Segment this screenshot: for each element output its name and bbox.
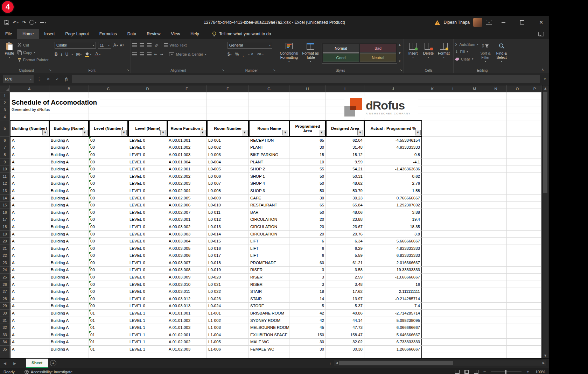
cell[interactable]: STAIR — [249, 295, 289, 303]
cell[interactable]: 1.266666667 — [364, 346, 422, 353]
cell[interactable]: A — [10, 339, 49, 346]
cell[interactable] — [528, 223, 541, 231]
cell[interactable] — [443, 202, 464, 209]
cell[interactable]: LEVEL 1 — [128, 310, 167, 317]
cell[interactable] — [485, 310, 507, 317]
cell-style-bad[interactable]: Bad — [360, 44, 396, 52]
insert-function-button[interactable]: fx — [63, 77, 70, 82]
cell[interactable]: -6.833333333 — [364, 252, 422, 260]
cell[interactable] — [422, 216, 443, 224]
cell[interactable]: 50.79 — [326, 187, 364, 195]
cell[interactable] — [422, 259, 443, 267]
cell[interactable]: A.00.02.003 — [167, 180, 207, 188]
cell[interactable] — [485, 216, 507, 224]
cell[interactable]: LEVEL 1 — [128, 346, 167, 353]
cell[interactable] — [464, 216, 485, 224]
zoom-in-button[interactable]: + — [526, 369, 529, 374]
cell[interactable]: LIFT — [249, 245, 289, 252]
cell[interactable]: 01 — [89, 324, 128, 331]
cell[interactable]: A — [10, 158, 49, 166]
cell[interactable]: A — [10, 231, 49, 238]
clear-button[interactable]: Clear ▾ — [455, 55, 477, 63]
fill-color-button[interactable]: ▾ — [85, 52, 91, 57]
cell[interactable] — [167, 92, 207, 99]
cell[interactable]: CIRCULATION — [249, 223, 289, 231]
ribbon-tab-home[interactable]: Home — [17, 29, 39, 39]
row-header-18[interactable]: 18 — [0, 223, 10, 231]
cell[interactable] — [443, 165, 464, 173]
row-header-14[interactable]: 14 — [0, 195, 10, 202]
cell[interactable] — [128, 99, 167, 106]
cell[interactable] — [443, 317, 464, 324]
touch-mouse-mode-icon[interactable]: ▾ — [29, 20, 36, 25]
cell[interactable] — [528, 274, 541, 281]
cell[interactable] — [485, 165, 507, 173]
row-header-3[interactable]: 3 — [0, 106, 10, 113]
cancel-entry-icon[interactable]: ✕ — [45, 77, 52, 82]
cell[interactable] — [443, 231, 464, 238]
cell[interactable]: Building A — [49, 216, 89, 224]
cell[interactable] — [507, 259, 528, 267]
row-header-4[interactable]: 4 — [0, 113, 10, 120]
cell[interactable] — [422, 267, 443, 274]
borders-button[interactable]: ⊞▾ — [76, 52, 82, 57]
cell[interactable]: 00 — [89, 195, 128, 202]
cell[interactable] — [485, 173, 507, 180]
expand-formula-bar-icon[interactable]: ∨ — [544, 77, 549, 81]
cell[interactable]: 50 — [289, 180, 326, 188]
cell[interactable] — [507, 310, 528, 317]
cell[interactable]: Building A — [49, 158, 89, 166]
cell[interactable] — [485, 324, 507, 331]
cell[interactable] — [443, 195, 464, 202]
table-header-cell[interactable]: Designed Area▼ — [326, 120, 364, 137]
cell[interactable] — [464, 245, 485, 252]
cell[interactable]: 31.48 — [326, 144, 364, 151]
cell[interactable]: 00 — [89, 223, 128, 231]
cell[interactable] — [485, 209, 507, 216]
cell[interactable] — [443, 303, 464, 310]
cell[interactable] — [528, 310, 541, 317]
align-bottom-icon[interactable] — [147, 43, 152, 47]
cell[interactable] — [443, 223, 464, 231]
cell[interactable]: 0.766666667 — [364, 195, 422, 202]
cell[interactable] — [422, 346, 443, 353]
cell[interactable] — [464, 151, 485, 158]
font-color-button[interactable]: A ▾ — [94, 52, 100, 56]
cell[interactable] — [507, 92, 528, 99]
cell[interactable] — [528, 303, 541, 310]
cell[interactable]: 17.62 — [326, 288, 364, 295]
cell[interactable] — [249, 99, 289, 106]
cell[interactable] — [464, 173, 485, 180]
row-header-28[interactable]: 28 — [0, 295, 10, 303]
cell[interactable] — [485, 331, 507, 339]
cell[interactable]: 00 — [89, 180, 128, 188]
cell[interactable]: LEVEL 0 — [128, 245, 167, 252]
cell[interactable] — [507, 303, 528, 310]
cell[interactable]: -3.88 — [364, 209, 422, 216]
cell[interactable]: LEVEL 1 — [128, 324, 167, 331]
cell[interactable] — [49, 113, 89, 120]
cell[interactable] — [443, 92, 464, 99]
cell[interactable]: 20 — [289, 216, 326, 224]
cell[interactable] — [507, 295, 528, 303]
cell[interactable]: 13.97 — [326, 295, 364, 303]
cell[interactable]: 01 — [89, 310, 128, 317]
cell[interactable]: Building A — [49, 267, 89, 274]
column-header-I[interactable]: I — [326, 85, 364, 92]
cell[interactable] — [507, 106, 528, 113]
cell[interactable] — [528, 252, 541, 260]
cell[interactable]: LEVEL 0 — [128, 151, 167, 158]
cell[interactable] — [528, 144, 541, 151]
cell[interactable]: LEVEL 0 — [128, 187, 167, 195]
cell[interactable]: Building A — [49, 331, 89, 339]
accessibility-status[interactable]: Accessibility: Investigate — [24, 370, 72, 374]
cell[interactable] — [464, 223, 485, 231]
cell[interactable] — [485, 106, 507, 113]
cell[interactable]: Building A — [49, 339, 89, 346]
cell[interactable]: SHOP 2 — [249, 165, 289, 173]
cell[interactable] — [485, 288, 507, 295]
cell[interactable]: A.00.02.005 — [167, 195, 207, 202]
cell[interactable]: RESTAURANT — [249, 202, 289, 209]
cell[interactable] — [464, 339, 485, 346]
cell[interactable]: A — [10, 310, 49, 317]
